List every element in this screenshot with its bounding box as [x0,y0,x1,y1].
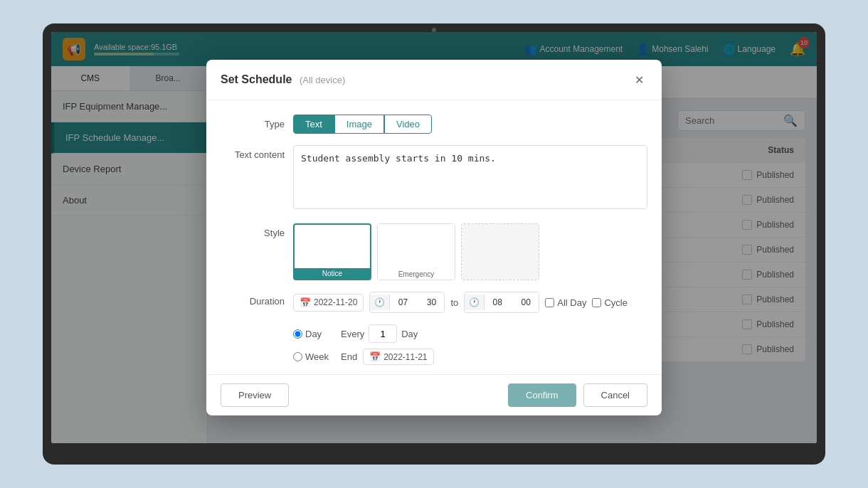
style-row: Style Notice Emergency [221,223,647,280]
modal-header: Set Schedule (All device) ✕ [206,60,662,100]
style-custom-label [462,277,539,280]
cancel-button[interactable]: Cancel [583,383,647,407]
day-radio-label[interactable]: Day [293,329,332,339]
end-time-group: 🕐 [464,292,539,313]
type-label: Type [221,115,285,129]
style-custom-preview [462,224,539,277]
type-image-button[interactable]: Image [334,115,384,134]
cycle-checkbox[interactable] [592,298,601,307]
style-notice-label: Notice [295,268,370,279]
start-date-input[interactable]: 📅 2022-11-20 [293,294,364,312]
style-options: Notice Emergency [293,223,647,280]
style-emergency-label: Emergency [378,269,455,280]
week-radio[interactable] [293,352,302,361]
week-schedule-row: Week End 📅 2022-11-21 [293,349,647,365]
all-day-label[interactable]: All Day [545,297,586,308]
schedule-rows: Day Every Day [221,324,647,371]
type-row: Type Text Image Video [221,115,647,134]
end-date-value: 2022-11-21 [383,352,427,362]
style-notice[interactable]: Notice [293,223,371,280]
start-min-input[interactable] [418,292,444,312]
duration-label: Duration [221,292,285,307]
clock-icon-start: 🕐 [370,295,390,310]
modal-title-group: Set Schedule (All device) [221,73,345,86]
end-group: End 📅 2022-11-21 [341,349,434,365]
text-content-label: Text content [221,145,285,160]
footer-right-buttons: Confirm Cancel [508,383,647,407]
schedule-label [221,324,285,329]
start-date-value: 2022-11-20 [314,297,357,307]
confirm-button[interactable]: Confirm [508,383,576,407]
duration-to: to [450,297,458,308]
style-custom[interactable] [461,223,539,280]
modal-footer: Preview Confirm Cancel [206,374,662,415]
start-hour-input[interactable] [390,292,416,312]
style-emergency-preview [378,224,455,269]
modal-title: Set Schedule [221,73,292,85]
text-content-row: Text content Student assembly starts in … [221,145,647,212]
day-schedule-row: Day Every Day [293,324,647,343]
preview-button[interactable]: Preview [221,383,289,407]
schedule-control: Day Every Day [293,324,647,371]
end-min-input[interactable] [513,292,539,312]
every-number-input[interactable] [369,324,397,343]
set-schedule-modal: Set Schedule (All device) ✕ Type Tex [206,60,662,415]
cycle-label[interactable]: Cycle [592,297,628,308]
modal-subtitle: (All device) [300,75,345,85]
calendar-icon: 📅 [300,297,311,308]
modal-body: Type Text Image Video Text c [206,100,662,374]
type-buttons: Text Image Video [293,115,647,134]
duration-row: Duration 📅 2022-11-20 🕐 [221,292,647,313]
modal-overlay: Set Schedule (All device) ✕ Type Tex [51,32,817,443]
every-group: Every Day [341,324,418,343]
clock-icon-end: 🕐 [465,295,485,310]
style-emergency[interactable]: Emergency [377,223,455,280]
style-notice-preview [295,225,370,268]
style-label: Style [221,223,285,238]
type-text-button[interactable]: Text [293,115,334,134]
all-day-checkbox[interactable] [545,298,554,307]
start-time-group: 🕐 [369,292,445,313]
end-hour-input[interactable] [485,292,510,312]
duration-control: 📅 2022-11-20 🕐 to [293,292,647,313]
type-video-button[interactable]: Video [384,115,432,134]
text-content-input[interactable]: Student assembly starts in 10 mins. [293,145,647,209]
text-content-control: Student assembly starts in 10 mins. [293,145,647,212]
end-date-input[interactable]: 📅 2022-11-21 [363,349,433,365]
day-radio[interactable] [293,329,302,339]
week-radio-label[interactable]: Week [293,351,332,362]
close-button[interactable]: ✕ [630,71,647,88]
end-calendar-icon: 📅 [369,351,381,362]
